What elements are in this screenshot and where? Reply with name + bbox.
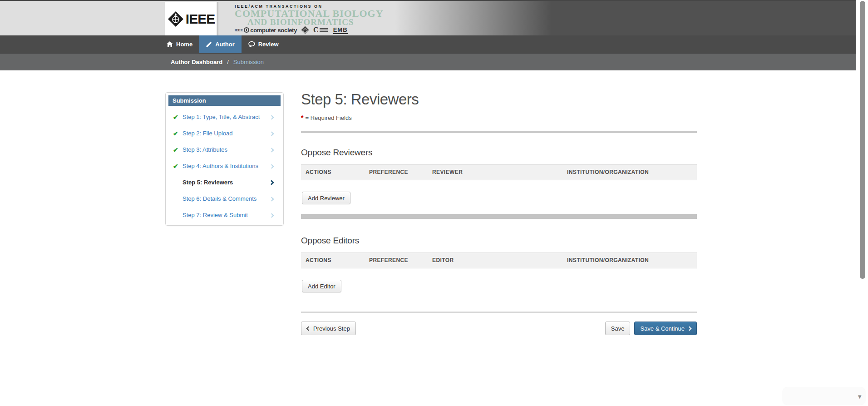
society-logos: IEEE computer society C EMB [235, 26, 348, 34]
ieee-logo: IEEE [165, 2, 217, 36]
check-icon: ✔ [173, 109, 178, 125]
chevron-right-icon [270, 148, 274, 153]
chevron-right-icon [270, 115, 274, 120]
chevron-left-icon [306, 326, 311, 331]
column-editor: EDITOR [432, 253, 454, 268]
journal-header: IEEE IEEE/ACM TRANSACTIONS ON COMPUTATIO… [0, 0, 856, 35]
footer-divider [301, 312, 697, 313]
chevron-right-icon [270, 132, 274, 136]
nav-author-label: Author [215, 41, 235, 48]
steps-list: ✔ Step 1: Type, Title, & Abstract ✔ Step… [168, 109, 281, 223]
chevron-right-icon [269, 180, 274, 185]
page: IEEE IEEE/ACM TRANSACTIONS ON COMPUTATIO… [0, 0, 868, 406]
section-divider [301, 131, 697, 133]
sidebar-item-step7[interactable]: Step 7: Review & Submit [168, 207, 281, 223]
chevron-right-icon [687, 326, 692, 331]
main-content: Step 5: Reviewers *= Required Fields Opp… [301, 91, 697, 335]
home-icon [167, 41, 173, 47]
scrollbar-thumb[interactable] [860, 1, 865, 279]
nav-item-author[interactable]: Author [199, 35, 242, 53]
computational-intelligence-society-icon: C [313, 26, 328, 34]
nav-home-label: Home [176, 41, 192, 48]
add-reviewer-button[interactable]: Add Reviewer [302, 192, 350, 204]
scrollbar-track [856, 0, 868, 406]
sidebar-item-step3[interactable]: ✔ Step 3: Attributes [168, 142, 281, 158]
column-reviewer: REVIEWER [432, 165, 463, 180]
sidebar-item-step4[interactable]: ✔ Step 4: Authors & Institutions [168, 158, 281, 174]
save-label: Save [611, 325, 625, 332]
collapsed-widget: ▼ [783, 387, 865, 405]
column-actions: ACTIONS [306, 253, 331, 268]
nav-review-label: Review [258, 41, 279, 48]
breadcrumb-separator: / [227, 59, 229, 65]
step-label: Step 1: Type, Title, & Abstract [182, 114, 260, 120]
chevron-right-icon [270, 197, 274, 202]
required-label: = Required Fields [305, 114, 351, 121]
step-label: Step 6: Details & Comments [182, 195, 256, 202]
breadcrumb-submission: Submission [233, 59, 264, 65]
oppose-editors-heading: Oppose Editors [301, 236, 697, 246]
check-icon: ✔ [173, 158, 178, 174]
sidebar-item-step6[interactable]: Step 6: Details & Comments [168, 191, 281, 207]
nav-item-home[interactable]: Home [160, 35, 199, 53]
check-icon: ✔ [173, 142, 178, 158]
breadcrumb-author-dashboard[interactable]: Author Dashboard [171, 59, 222, 65]
column-institution: INSTITUTION/ORGANIZATION [567, 165, 649, 180]
chevron-down-icon[interactable]: ▼ [857, 393, 863, 400]
save-and-continue-button[interactable]: Save & Continue [634, 322, 697, 335]
page-title: Step 5: Reviewers [301, 91, 697, 108]
step-label: Step 4: Authors & Institutions [182, 163, 258, 169]
step-label: Step 5: Reviewers [182, 179, 233, 186]
column-institution: INSTITUTION/ORGANIZATION [567, 253, 649, 268]
header-divider [217, 2, 218, 36]
required-asterisk: * [301, 114, 303, 121]
ieee-logo-text: IEEE [186, 11, 215, 27]
society-diamond-icon [301, 26, 309, 34]
thick-divider [301, 214, 697, 219]
add-editor-button[interactable]: Add Editor [302, 280, 341, 292]
panel-title: Submission [168, 95, 281, 106]
main-nav: Home Author Review [0, 35, 856, 53]
column-preference: PREFERENCE [369, 165, 408, 180]
journal-title-line3: AND BIOINFORMATICS [235, 18, 384, 26]
speech-bubble-icon [248, 41, 255, 47]
computer-society-logo: IEEE computer society [235, 27, 297, 34]
step-label: Step 7: Review & Submit [182, 212, 248, 218]
chevron-right-icon [270, 164, 274, 169]
journal-title: IEEE/ACM TRANSACTIONS ON COMPUTATIONAL B… [235, 4, 384, 26]
check-icon: ✔ [173, 125, 178, 142]
step-label: Step 3: Attributes [182, 146, 227, 153]
chevron-right-icon [270, 213, 274, 218]
previous-step-button[interactable]: Previous Step [301, 322, 356, 335]
sidebar-item-step1[interactable]: ✔ Step 1: Type, Title, & Abstract [168, 109, 281, 125]
step-label: Step 2: File Upload [182, 130, 233, 137]
previous-step-label: Previous Step [313, 325, 350, 332]
oppose-reviewers-heading: Oppose Reviewers [301, 148, 697, 158]
ieee-diamond-icon [167, 10, 185, 28]
breadcrumb: Author Dashboard / Submission [0, 53, 856, 70]
column-actions: ACTIONS [306, 165, 331, 180]
computer-society-ieee-prefix: IEEE [235, 28, 243, 32]
save-continue-label: Save & Continue [640, 325, 685, 332]
emb-society-logo: EMB [333, 26, 348, 34]
journal-title-line2: COMPUTATIONAL BIOLOGY [235, 9, 384, 18]
computer-society-label: computer society [250, 27, 297, 34]
sidebar-item-step2[interactable]: ✔ Step 2: File Upload [168, 125, 281, 142]
computer-society-icon [244, 27, 249, 33]
submission-steps-panel: Submission ✔ Step 1: Type, Title, & Abst… [165, 92, 284, 226]
nav-item-review[interactable]: Review [242, 35, 286, 53]
column-preference: PREFERENCE [369, 253, 408, 268]
oppose-reviewers-table-header: ACTIONS PREFERENCE REVIEWER INSTITUTION/… [301, 164, 697, 180]
sidebar-item-step5-current[interactable]: Step 5: Reviewers [168, 174, 281, 191]
required-fields-note: *= Required Fields [301, 114, 697, 121]
pencil-icon [206, 41, 212, 47]
footer-buttons: Previous Step Save Save & Continue [301, 322, 697, 335]
save-button[interactable]: Save [605, 322, 631, 335]
oppose-editors-table-header: ACTIONS PREFERENCE EDITOR INSTITUTION/OR… [301, 253, 697, 268]
